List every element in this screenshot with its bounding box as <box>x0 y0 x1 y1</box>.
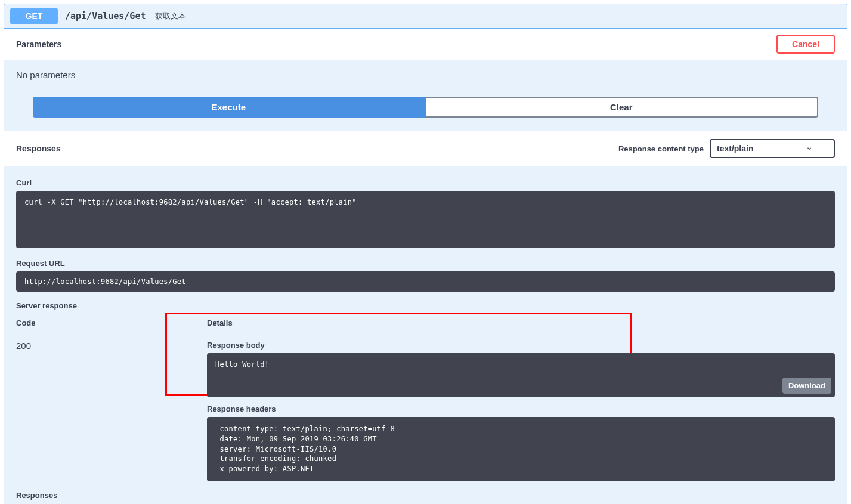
server-response-label: Server response <box>16 301 835 310</box>
responses-title: Responses <box>16 144 61 153</box>
clear-button[interactable]: Clear <box>425 97 819 118</box>
http-method-badge: GET <box>10 8 58 24</box>
response-grid: Code 200 Details Response body Hello Wor… <box>16 319 835 481</box>
content-type-value: text/plain <box>717 144 753 153</box>
cancel-button[interactable]: Cancel <box>776 35 835 54</box>
content-type-control: Response content type text/plain <box>618 139 835 158</box>
curl-command-block[interactable]: curl -X GET "http://localhost:9682/api/V… <box>16 191 835 248</box>
response-headers-label: Response headers <box>207 404 835 413</box>
responses-body: Curl curl -X GET "http://localhost:9682/… <box>4 166 847 504</box>
parameters-header: Parameters Cancel <box>4 29 847 60</box>
request-url-block[interactable]: http://localhost:9682/api/Values/Get <box>16 271 835 292</box>
content-type-select[interactable]: text/plain <box>710 139 835 158</box>
action-button-row: Execute Clear <box>16 97 835 118</box>
response-body-block[interactable]: Hello World! Download <box>207 353 835 397</box>
details-header: Details <box>207 319 835 327</box>
operation-block: GET /api/Values/Get 获取文本 Parameters Canc… <box>4 4 847 504</box>
execute-button[interactable]: Execute <box>33 97 425 118</box>
parameters-title: Parameters <box>16 39 61 49</box>
parameters-body: No parameters Execute Clear <box>4 60 847 131</box>
response-body-label: Response body <box>207 341 835 350</box>
code-header: Code <box>16 319 207 327</box>
details-column: Details Response body Hello World! Downl… <box>207 319 835 481</box>
curl-label: Curl <box>16 178 835 187</box>
status-code: 200 <box>16 341 207 351</box>
code-column: Code 200 <box>16 319 207 481</box>
download-button[interactable]: Download <box>782 378 831 394</box>
response-body-text: Hello World! <box>215 360 269 369</box>
endpoint-path: /api/Values/Get <box>65 11 146 21</box>
content-type-label: Response content type <box>618 144 704 153</box>
operation-summary[interactable]: GET /api/Values/Get 获取文本 <box>4 4 847 29</box>
responses-footer-label: Responses <box>16 491 835 500</box>
endpoint-description: 获取文本 <box>155 11 186 21</box>
no-parameters-text: No parameters <box>16 70 835 80</box>
chevron-down-icon <box>806 146 812 151</box>
responses-header: Responses Response content type text/pla… <box>4 131 847 166</box>
response-headers-block[interactable]: content-type: text/plain; charset=utf-8 … <box>207 417 835 481</box>
request-url-label: Request URL <box>16 259 835 268</box>
